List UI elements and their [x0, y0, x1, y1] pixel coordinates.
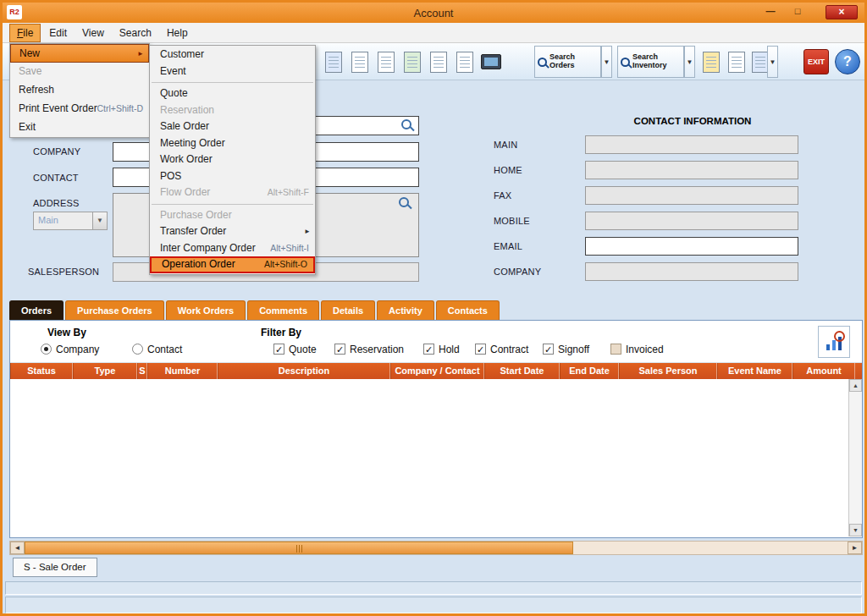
horizontal-scrollbar[interactable]: ◄ ► — [9, 541, 863, 555]
submenu-item-pos[interactable]: POS — [150, 168, 315, 185]
close-button[interactable]: × — [826, 5, 858, 19]
submenu-item-reservation[interactable]: Reservation — [150, 102, 315, 119]
submenu-item-quote[interactable]: Quote — [150, 85, 315, 102]
toolbar-button[interactable] — [400, 47, 424, 77]
submenu-item-event[interactable]: Event — [150, 63, 315, 80]
checkbox-contract-label[interactable]: Contract — [490, 344, 528, 355]
tab-comments[interactable]: Comments — [247, 300, 319, 320]
menu-search[interactable]: Search — [113, 25, 158, 41]
submenu-item-operation-order[interactable]: Operation Order Alt+Shift-O — [150, 256, 315, 273]
submenu-item-flow-order[interactable]: Flow Order Alt+Shift-F — [150, 184, 315, 201]
toolbar-button[interactable] — [426, 47, 450, 77]
search-orders-button[interactable]: Search Orders — [534, 46, 601, 78]
column-header-description[interactable]: Description — [218, 363, 390, 379]
view-by-heading: View By — [47, 327, 86, 338]
menu-item-print-event-order[interactable]: Print Event Order Ctrl+Shift-D — [10, 100, 149, 118]
minimize-button[interactable]: — — [759, 5, 781, 19]
column-header-amount[interactable]: Amount — [792, 363, 855, 379]
menu-edit[interactable]: Edit — [42, 25, 74, 41]
column-header-type[interactable]: Type — [73, 363, 137, 379]
checkbox-hold-label[interactable]: Hold — [439, 344, 460, 355]
company-search-icon[interactable] — [401, 119, 411, 129]
submenu-item-sale-order[interactable]: Sale Order — [150, 118, 315, 135]
checkbox-quote-label[interactable]: Quote — [289, 344, 317, 355]
radio-company-label[interactable]: Company — [56, 344, 99, 355]
window-title: Account — [3, 7, 864, 19]
app-window: R2 Account — □ × File Edit View Search H… — [0, 0, 867, 616]
toolbar-button[interactable] — [478, 47, 503, 77]
column-header-end-date[interactable]: End Date — [560, 363, 619, 379]
radio-contact[interactable] — [132, 344, 143, 355]
view-results-button[interactable] — [818, 326, 850, 358]
help-button[interactable]: ? — [835, 49, 860, 74]
toolbar-button[interactable] — [347, 47, 372, 77]
column-header-event-name[interactable]: Event Name — [717, 363, 792, 379]
menu-item-new[interactable]: New ► — [10, 44, 149, 63]
checkbox-reservation-label[interactable]: Reservation — [350, 344, 404, 355]
submenu-item-customer[interactable]: Customer — [150, 47, 315, 63]
checkbox-invoiced-label[interactable]: Invoiced — [626, 344, 664, 355]
toolbar-button[interactable] — [373, 47, 398, 77]
tab-orders[interactable]: Orders — [9, 300, 64, 320]
checkbox-quote[interactable] — [273, 344, 284, 355]
toolbar-button[interactable] — [452, 47, 477, 77]
contact-information-title: CONTACT INFORMATION — [587, 116, 798, 126]
checkbox-contract[interactable] — [475, 344, 486, 355]
address-search-icon[interactable] — [399, 197, 409, 207]
menu-file[interactable]: File — [9, 24, 41, 42]
submenu-item-inter-company-order[interactable]: Inter Company Order Alt+Shift-I — [150, 240, 315, 257]
submenu-item-transfer-order[interactable]: Transfer Order ► — [150, 223, 315, 240]
vertical-scrollbar[interactable]: ▲ ▼ — [848, 379, 862, 536]
radio-contact-label[interactable]: Contact — [147, 344, 182, 355]
scroll-down-icon[interactable]: ▼ — [849, 524, 862, 536]
checkbox-invoiced[interactable] — [610, 344, 621, 355]
menu-item-exit[interactable]: Exit — [10, 118, 149, 137]
checkbox-signoff[interactable] — [543, 344, 554, 355]
column-header-s[interactable]: S — [137, 363, 147, 379]
tab-work-orders[interactable]: Work Orders — [166, 300, 246, 320]
checkbox-reservation[interactable] — [334, 344, 345, 355]
column-header-status[interactable]: Status — [10, 363, 73, 379]
address-type-select[interactable]: Main ▼ — [33, 212, 108, 230]
document-icon — [430, 52, 447, 73]
search-orders-dropdown[interactable]: ▼ — [601, 46, 612, 78]
email-field[interactable] — [585, 237, 798, 256]
tab-details[interactable]: Details — [321, 300, 375, 320]
file-menu-dropdown: New ► Save Refresh Print Event Order Ctr… — [9, 43, 150, 138]
tab-contacts[interactable]: Contacts — [436, 300, 500, 320]
toolbar-button[interactable] — [699, 47, 723, 77]
scroll-left-icon[interactable]: ◄ — [10, 542, 25, 554]
scroll-right-icon[interactable]: ► — [848, 542, 862, 554]
scroll-up-icon[interactable]: ▲ — [849, 379, 862, 392]
column-header-sales-person[interactable]: Sales Person — [619, 363, 717, 379]
search-icon — [538, 58, 547, 67]
column-header-number[interactable]: Number — [147, 363, 218, 379]
toolbar-more-dropdown[interactable]: ▼ — [767, 46, 778, 78]
menu-item-save[interactable]: Save — [10, 63, 149, 81]
submenu-item-meeting-order[interactable]: Meeting Order — [150, 135, 315, 152]
toolbar-button[interactable] — [321, 47, 345, 77]
exit-button[interactable]: EXIT — [803, 49, 829, 74]
app-logo-icon: R2 — [7, 5, 22, 19]
orders-table-body: ▲ ▼ — [10, 379, 862, 536]
column-header-start-date[interactable]: Start Date — [484, 363, 560, 379]
radio-company[interactable] — [41, 344, 52, 355]
search-inventory-button[interactable]: Search Inventory — [617, 46, 684, 78]
search-inventory-dropdown[interactable]: ▼ — [684, 46, 695, 78]
tab-purchase-orders[interactable]: Purchase Orders — [65, 300, 164, 320]
maximize-button[interactable]: □ — [787, 5, 809, 19]
menu-help[interactable]: Help — [160, 25, 195, 41]
menu-item-refresh[interactable]: Refresh — [10, 81, 149, 100]
chevron-down-icon[interactable]: ▼ — [92, 212, 107, 229]
checkbox-signoff-label[interactable]: Signoff — [558, 344, 589, 355]
submenu-item-purchase-order[interactable]: Purchase Order — [150, 207, 315, 224]
address-label: ADDRESS — [33, 198, 80, 208]
scrollbar-thumb[interactable] — [25, 542, 573, 554]
toolbar-button[interactable] — [724, 47, 748, 77]
menu-view[interactable]: View — [75, 25, 111, 41]
checkbox-hold[interactable] — [423, 344, 434, 355]
status-bar-upper — [5, 581, 862, 595]
submenu-item-work-order[interactable]: Work Order — [150, 151, 315, 168]
tab-activity[interactable]: Activity — [377, 300, 434, 320]
column-header-company-contact[interactable]: Company / Contact — [390, 363, 484, 379]
